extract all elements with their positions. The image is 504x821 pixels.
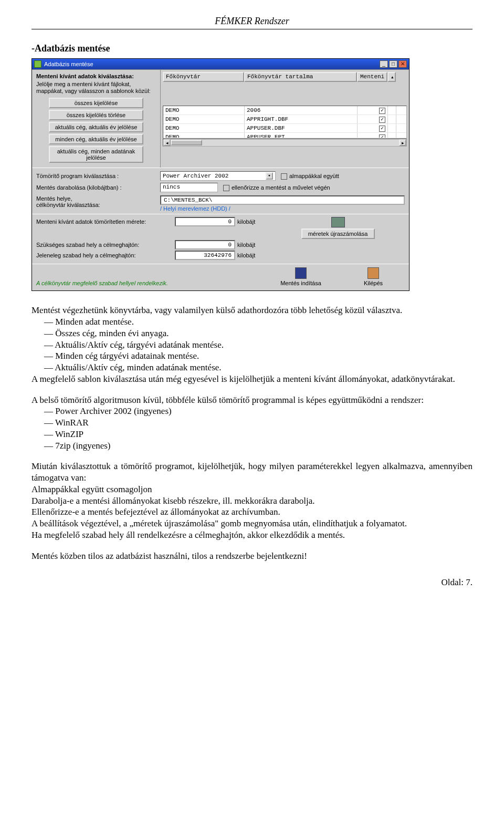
paragraph: Darabolja-e a mentési állományokat kiseb…: [32, 495, 472, 507]
file-list-body: DEMO 2006 ✓ DEMO APPRIGHT.DBF ✓ DEMO APP…: [163, 106, 407, 139]
table-row[interactable]: DEMO APPUSER.DBF ✓: [163, 124, 406, 133]
split-label: Mentés darabolása (kilobájtban) :: [36, 184, 157, 191]
scroll-up-icon[interactable]: ▴: [387, 72, 396, 82]
paragraph: Ha megfelelő szabad hely áll rendelkezés…: [32, 529, 472, 541]
cell-content: 2006: [245, 106, 358, 115]
scroll-thumb[interactable]: [171, 140, 202, 146]
cell-dir: DEMO: [163, 124, 245, 132]
selection-panel: Menteni kívánt adatok kiválasztása: Jelö…: [32, 69, 161, 168]
file-list-panel: Főkönyvtár Főkönyvtár tartalma Menteni ▴…: [161, 69, 409, 168]
cell-dir: DEMO: [163, 133, 245, 138]
clear-all-button[interactable]: összes kijelölés törlése: [49, 110, 143, 120]
start-backup-label: Mentés indítása: [269, 280, 332, 286]
selection-description: Jelölje meg a menteni kívánt fájlokat, m…: [36, 81, 156, 95]
close-button[interactable]: ✕: [398, 60, 407, 68]
start-backup-button[interactable]: Mentés indítása: [269, 267, 332, 286]
status-message: A célkönyvtár megfelelő szabad hellyel r…: [36, 280, 168, 286]
calculator-icon: [331, 217, 345, 227]
list-item: Minden cég tárgyévi adatainak mentése.: [57, 350, 472, 362]
destination-drive-label: / Helyi merevlemez (HDD) /: [160, 205, 405, 212]
table-row[interactable]: DEMO 2006 ✓: [163, 106, 406, 115]
subfolders-label: almappákkal együtt: [289, 173, 339, 179]
table-row[interactable]: DEMO APPRIGHT.DBF ✓: [163, 115, 406, 124]
stat-uncompressed-value: 0: [175, 217, 235, 226]
compressor-label: Tömörítő program kiválasztása :: [36, 173, 157, 179]
save-checkbox[interactable]: ✓: [379, 126, 385, 132]
current-firm-year-button[interactable]: aktuális cég, aktuális év jelölése: [49, 122, 143, 132]
column-save[interactable]: Menteni: [357, 72, 387, 82]
stat-unit: kilobájt: [237, 252, 269, 258]
stat-free-value: 32642976: [175, 251, 235, 260]
exit-label: Kilépés: [342, 280, 405, 286]
exit-button[interactable]: Kilépés: [342, 267, 405, 286]
paragraph: Mentést végezhetünk könyvtárba, vagy val…: [32, 305, 472, 316]
column-content[interactable]: Főkönyvtár tartalma: [244, 72, 357, 82]
split-field[interactable]: nincs: [160, 183, 218, 192]
stat-unit: kilobájt: [237, 219, 269, 225]
horizontal-scrollbar[interactable]: ◂ ▸: [163, 139, 407, 147]
compressor-dropdown[interactable]: Power Archiver 2002 ▾: [160, 171, 276, 181]
paragraph: Almappákkal együtt csomagoljon: [32, 484, 472, 495]
paragraph: Miután kiválasztottuk a tömörítő program…: [32, 461, 472, 484]
cell-content: APPRIGHT.DBF: [245, 115, 358, 123]
stat-free-label: Jeleneleg szabad hely a célmeghajtón:: [36, 252, 173, 258]
section-heading: -Adatbázis mentése: [32, 43, 472, 54]
minimize-button[interactable]: _: [380, 60, 388, 68]
cell-dir: DEMO: [163, 106, 245, 115]
column-main-dir[interactable]: Főkönyvtár: [163, 72, 244, 82]
scroll-left-icon[interactable]: ◂: [163, 139, 171, 146]
chevron-down-icon[interactable]: ▾: [266, 172, 273, 180]
header-rule: [32, 29, 472, 29]
maximize-button[interactable]: □: [389, 60, 397, 68]
scroll-right-icon[interactable]: ▸: [399, 139, 406, 146]
stat-required-value: 0: [175, 240, 235, 250]
list-item: Aktuális/Aktív cég, minden adatának ment…: [57, 362, 472, 373]
compressor-value: Power Archiver 2002: [163, 173, 228, 179]
list-item: Minden adat mentése.: [57, 316, 472, 328]
list-item: Power Archiver 2002 (ingyenes): [57, 406, 472, 417]
destination-path-field[interactable]: C:\MENTES_BCK\: [160, 195, 405, 205]
list-item: 7zip (ingyenes): [57, 440, 472, 452]
list-item: WinRAR: [57, 417, 472, 429]
verify-checkbox[interactable]: [223, 185, 229, 191]
list-item: Összes cég, minden évi anyaga.: [57, 328, 472, 339]
app-icon: [34, 60, 41, 68]
paragraph: A belső tömörítő algoritmuson kívül, töb…: [32, 394, 472, 406]
stat-uncompressed-label: Menteni kívánt adatok tömörítetlen méret…: [36, 219, 173, 225]
destination-label: Mentés helye, célkönyvtár kiválasztása:: [36, 195, 157, 212]
page-footer: Oldal: 7.: [32, 577, 472, 588]
list-item: WinZIP: [57, 429, 472, 440]
save-checkbox[interactable]: ✓: [379, 134, 385, 138]
all-firm-year-button[interactable]: minden cég, aktuális év jelölése: [49, 134, 143, 144]
current-firm-all-button[interactable]: aktuális cég, minden adatának jelölése: [49, 146, 143, 163]
select-all-button[interactable]: összes kijelölése: [49, 98, 143, 108]
paragraph: A megfelelő sablon kiválasztása után még…: [32, 373, 472, 385]
cell-dir: DEMO: [163, 115, 245, 123]
list-item: Aktuális/Aktív cég, tárgyévi adatának me…: [57, 339, 472, 351]
cell-content: APPUSER.DBF: [245, 124, 358, 132]
verify-label: ellenőrizze a mentést a művelet végén: [232, 184, 330, 191]
floppy-icon: [295, 267, 307, 279]
save-checkbox[interactable]: ✓: [379, 117, 385, 123]
selection-label: Menteni kívánt adatok kiválasztása:: [36, 73, 156, 79]
table-row[interactable]: DEMO APPUSER.FPT ✓: [163, 133, 406, 138]
stat-required-label: Szükséges szabad hely a célmeghajtón:: [36, 242, 173, 248]
exit-icon: [368, 267, 379, 279]
recalc-button[interactable]: méretek újraszámolása: [301, 228, 375, 239]
paragraph: Mentés közben tilos az adatbázist haszná…: [32, 550, 472, 562]
paragraph: A beállítások végeztével, a „méretek újr…: [32, 518, 472, 529]
cell-content: APPUSER.FPT: [245, 133, 358, 138]
subfolders-checkbox[interactable]: [281, 173, 287, 180]
titlebar: Adatbázis mentése _ □ ✕: [32, 59, 409, 69]
save-checkbox[interactable]: ✓: [379, 108, 385, 114]
window-title: Adatbázis mentése: [44, 61, 93, 67]
paragraph: Ellenőrizze-e a mentés befejeztével az á…: [32, 506, 472, 518]
dialog-window: Adatbázis mentése _ □ ✕ Menteni kívánt a…: [32, 58, 410, 291]
page-header: FÉMKER Rendszer: [32, 16, 472, 27]
stat-unit: kilobájt: [237, 242, 269, 248]
